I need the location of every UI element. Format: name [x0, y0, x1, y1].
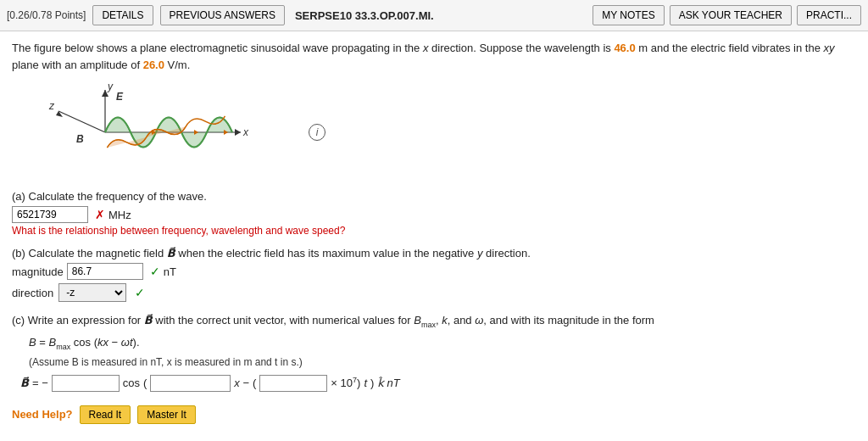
part-a-error-icon: ✗ — [95, 208, 105, 221]
svg-marker-4 — [235, 129, 241, 136]
direction-row: direction -z +z +x -x +y -y ✓ — [12, 283, 856, 302]
expr-input-3[interactable] — [259, 375, 327, 392]
top-bar: [0.26/0.78 Points] DETAILS PREVIOUS ANSW… — [0, 0, 868, 31]
content-area: The figure below shows a plane electroma… — [0, 31, 868, 441]
need-help-bar: Need Help? Read It Master It — [12, 405, 856, 424]
direction-check: ✓ — [135, 286, 145, 299]
expr-times10: × 107) — [331, 376, 360, 389]
wave-figure: z x y E → B → — [12, 81, 258, 183]
master-it-button[interactable]: Master It — [137, 405, 196, 424]
my-notes-button[interactable]: MY NOTES — [593, 5, 664, 25]
magnitude-input[interactable] — [67, 263, 143, 280]
magnitude-unit: nT — [164, 265, 176, 278]
formula-line: B = Bmax cos (kx − ωt). — [29, 336, 856, 351]
part-a-unit: MHz — [108, 209, 131, 221]
svg-text:→: → — [76, 131, 84, 139]
need-help-label: Need Help? — [12, 408, 73, 421]
info-icon[interactable]: i — [309, 124, 326, 141]
part-a-error-text: What is the relationship between frequen… — [12, 225, 856, 237]
part-a-section: (a) Calculate the frequency of the wave.… — [12, 190, 856, 237]
svg-text:x: x — [242, 126, 249, 138]
svg-line-0 — [58, 111, 105, 132]
ask-teacher-button[interactable]: ASK YOUR TEACHER — [670, 5, 792, 25]
expr-open-paren2: ( — [253, 377, 256, 389]
expr-cos: cos — [123, 377, 140, 389]
details-button[interactable]: DETAILS — [92, 5, 153, 25]
expr-input-2[interactable] — [150, 375, 231, 392]
wavelength-highlight: 46.0 — [614, 42, 635, 54]
magnitude-check: ✓ — [150, 265, 160, 278]
points-label: [0.26/0.78 Points] — [7, 9, 86, 21]
direction-select[interactable]: -z +z +x -x +y -y — [58, 283, 126, 302]
previous-answers-button[interactable]: PREVIOUS ANSWERS — [160, 5, 285, 25]
magnitude-row: magnitude ✓ nT — [12, 263, 856, 280]
magnitude-label: magnitude — [12, 265, 64, 278]
expr-b-vec: B⃗ — [20, 377, 29, 389]
read-it-button[interactable]: Read It — [80, 405, 131, 424]
svg-text:y: y — [107, 81, 114, 92]
figure-area: z x y E → B → — [12, 81, 856, 183]
expr-t: t — [364, 377, 367, 389]
part-a-label: (a) Calculate the frequency of the wave. — [12, 190, 856, 203]
part-c-label: (c) Write an expression for B⃗ with the … — [12, 312, 856, 331]
part-a-input[interactable] — [12, 206, 88, 223]
expr-input-1[interactable] — [52, 375, 120, 392]
assume-line: (Assume B is measured in nT, x is measur… — [29, 356, 856, 368]
expr-x-minus: x − — [234, 377, 249, 389]
expression-row: B⃗ = − cos ( x − ( × 107) t ) k̂ nT — [20, 375, 856, 392]
expr-equals: = − — [32, 377, 48, 389]
expr-open-paren: ( — [143, 377, 147, 389]
part-b-label: (b) Calculate the magnetic field B⃗ when… — [12, 247, 856, 260]
problem-id: SERPSE10 33.3.OP.007.MI. — [295, 9, 434, 22]
svg-text:z: z — [48, 100, 55, 112]
part-b-section: (b) Calculate the magnetic field B⃗ when… — [12, 247, 856, 302]
amplitude-highlight: 26.0 — [143, 59, 164, 71]
expr-close-paren: ) — [370, 377, 374, 389]
direction-label: direction — [12, 287, 53, 299]
expr-khat: k̂ nT — [377, 377, 399, 389]
practice-button[interactable]: PRACTI... — [797, 5, 861, 25]
svg-text:→: → — [116, 88, 124, 97]
part-c-section: (c) Write an expression for B⃗ with the … — [12, 312, 856, 392]
problem-text: The figure below shows a plane electroma… — [12, 40, 856, 73]
